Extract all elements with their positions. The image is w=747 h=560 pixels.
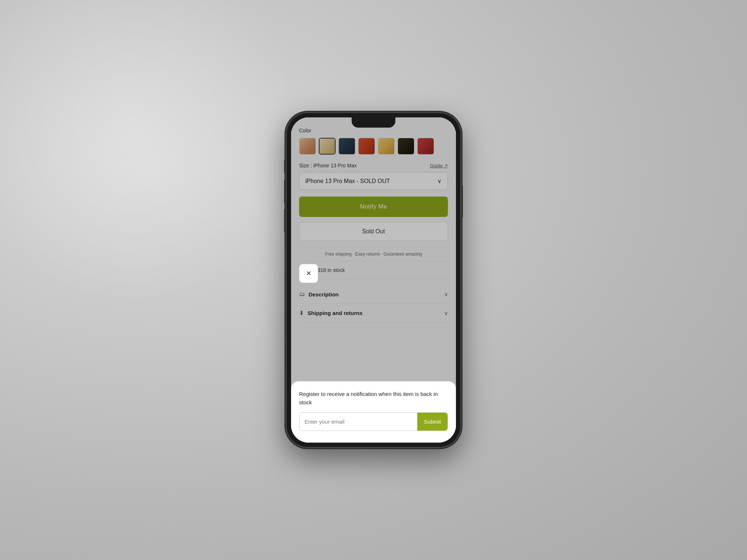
bottom-sheet-title: Register to receive a notification when … [299, 390, 448, 407]
phone-power-button [461, 185, 463, 218]
screen-content: Color [291, 117, 456, 443]
close-button[interactable]: ✕ [299, 264, 318, 283]
notify-bottom-sheet: Register to receive a notification when … [291, 381, 456, 443]
email-row: Submit [299, 412, 448, 431]
close-icon: ✕ [306, 269, 311, 277]
phone-wrapper: Color [286, 112, 461, 448]
phone-screen: Color [291, 117, 456, 443]
phone-notch [352, 117, 395, 128]
email-input[interactable] [299, 413, 417, 431]
phone-frame: Color [286, 112, 461, 448]
submit-button[interactable]: Submit [417, 413, 448, 431]
